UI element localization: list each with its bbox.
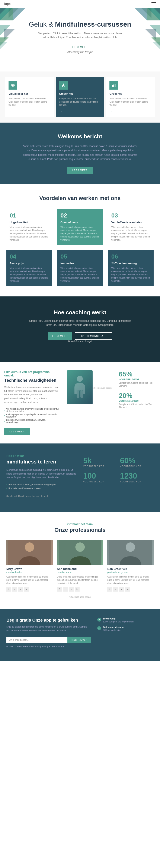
mind-stat-label-4: VOORBEELD KOP (120, 480, 154, 483)
feature-box-2: Creëer het Sample text. Click to select … (56, 77, 104, 117)
welcome-title: Welkoms bericht (17, 133, 143, 140)
app-cta-left: Begin gratis Onze app te gebruiken Krijg… (6, 617, 91, 653)
facebook-icon-2[interactable]: f (57, 587, 62, 592)
twitter-icon-2[interactable]: t (63, 587, 68, 592)
welcome-description: Anem luctus venenatis lectus magna fring… (21, 144, 139, 161)
feature-arrow-3[interactable]: → (109, 109, 113, 113)
app-feature-icon-2 (97, 626, 101, 630)
coaching-primary-button[interactable]: LEES MEER (48, 332, 72, 340)
stat-label-1: Voorbeeld kop (119, 378, 156, 381)
youtube-icon-3[interactable]: y (119, 587, 124, 592)
app-cta-description: Krijg 30 dagen toegang tot alle extra fu… (6, 625, 91, 632)
member-desc-3: Quae amet nisl dolor modico ante se fing… (107, 575, 154, 585)
skills-left: Elke cursus van het programma omvat: Tec… (4, 370, 62, 435)
hamburger-menu[interactable] (152, 2, 156, 5)
svg-rect-24 (80, 391, 83, 398)
feature-desc-2: Sample text. Click to select the text bo… (59, 97, 101, 106)
email-input[interactable] (6, 637, 68, 643)
app-feature-2: 24/7 ondersteuning 24/7 ondersteuning (97, 626, 154, 632)
benefit-title-4: Beste prijs (9, 262, 49, 265)
member-desc-2: Quae amet nisl dolor modico ante se fing… (57, 575, 103, 585)
benefit-desc-1: Vitae suscipit tellus mauris a diam maec… (9, 225, 49, 242)
app-feature-icon-1 (97, 618, 101, 622)
benefits-section: Voordelen van werken met ons 01 Hoge kwa… (0, 184, 160, 297)
svg-marker-17 (153, 42, 160, 49)
app-cta-inner: Begin gratis Onze app te gebruiken Krijg… (6, 617, 154, 653)
facebook-icon-1[interactable]: f (6, 587, 11, 592)
stat-item-2: 20% Voorbeeld kop Sample text. Click to … (119, 392, 156, 409)
feature-desc-1: Sample text. Click to select the text bo… (8, 97, 51, 106)
twitter-icon-1[interactable]: t (12, 587, 17, 592)
feature-title-2: Creëer het (59, 92, 101, 95)
member-social-2: f t y in (57, 587, 103, 592)
feature-icon-2 (59, 81, 68, 90)
app-cta-disclaimer: of meld u abonnement aan Privcy Policy &… (6, 645, 91, 649)
mind-stat-value-3: 100 (83, 471, 117, 480)
linkedin-icon-3[interactable]: in (125, 587, 130, 592)
skills-list-item-2: met stap-op-maat omgeving door mensen in… (4, 413, 60, 418)
mind-stat-value-1: 5k (83, 456, 117, 465)
svg-point-26 (25, 542, 34, 552)
youtube-icon-1[interactable]: y (18, 587, 23, 592)
team-grid: Mary Brown creative leader Quae amet nis… (6, 540, 154, 592)
member-name-3: Bob Greenfield (107, 567, 154, 570)
mind-stat-2: 60% VOORBEELD KOP (120, 456, 154, 468)
app-cta-right: 100% veilig 100% veilig om alle te gebru… (97, 617, 154, 653)
linkedin-icon-2[interactable]: in (75, 587, 80, 592)
skills-list-item-1: We helpen trainers om innoveren en te gr… (4, 407, 60, 413)
linkedin-icon-1[interactable]: in (24, 587, 29, 592)
mindfulness-list: • Introductiecursussen, proefessies en g… (6, 483, 77, 490)
facebook-icon-3[interactable]: f (107, 587, 112, 592)
mindfulness-stats: 5k VOORBEELD KOP 60% VOORBEELD KOP 100 V… (83, 454, 154, 484)
header: logo (0, 0, 160, 8)
feature-arrow-1[interactable]: → (8, 109, 12, 113)
features-section: Visualiseer het Sample text. Click to se… (0, 71, 160, 123)
hero-caption: Afbeelding van freepik (37, 50, 123, 54)
mind-stat-1: 5k VOORBEELD KOP (83, 456, 117, 468)
benefit-title-1: Hoge kwaliteit (9, 221, 49, 224)
mind-stat-label-2: VOORBEELD KOP (120, 465, 154, 467)
mindfulness-list-item-2: • Formele mindfulnesscursussen (6, 487, 77, 490)
app-feature-text-2: 24/7 ondersteuning 24/7 ondersteuning (103, 626, 124, 632)
coaching-secondary-button[interactable]: LIVE DEMONSTRATIE (75, 332, 112, 340)
coaching-description: Simple Text. Lorem ipsum dolor sit amet,… (27, 319, 133, 327)
mind-stat-value-4: 1230 (120, 471, 154, 480)
stat-label-2: Voorbeeld kop (119, 400, 156, 402)
feature-title-1: Visualiseer het (8, 92, 51, 95)
benefit-item-6: 06 24/7 ondersteuning Vitae suscipit tel… (108, 250, 154, 286)
team-member-3: Bob Greenfield professional grosse Quae … (107, 540, 154, 592)
benefit-num-5: 05 (60, 253, 100, 260)
feature-arrow-2[interactable]: → (59, 109, 62, 113)
stat-desc-2: Sample text. Click to select the Text El… (119, 403, 156, 409)
benefit-num-4: 04 (9, 253, 49, 260)
feature-title-3: Groei het (109, 92, 152, 95)
app-cta-section: Begin gratis Onze app te gebruiken Krijg… (0, 609, 160, 661)
team-title: Onze professionals (6, 527, 154, 533)
coaching-section: Hoe coaching werkt Simple Text. Lorem ip… (0, 297, 160, 362)
youtube-icon-2[interactable]: y (69, 587, 74, 592)
member-name-1: Mary Brown (6, 567, 53, 570)
team-caption: Afbeelding door freepik (6, 596, 154, 598)
mindfulness-section: Hoe en waar mindfulness te leren Element… (0, 443, 160, 512)
logo: logo (4, 2, 11, 5)
welcome-section: Welkoms bericht Anem luctus venenatis le… (0, 123, 160, 184)
twitter-icon-3[interactable]: t (113, 587, 118, 592)
stat-percent-2: 20% (119, 392, 156, 400)
subscribe-button[interactable]: INSCHRIJVEN (68, 637, 91, 643)
mind-stat-label-3: VOORBEELD KOP (83, 480, 117, 483)
skills-button[interactable]: LEES MEER (4, 428, 30, 435)
svg-point-28 (75, 542, 85, 552)
app-cta-title: Begin gratis Onze app te gebruiken (6, 617, 91, 623)
welcome-button[interactable]: LEES MEER (67, 167, 93, 174)
benefit-desc-3: Vitae suscipit tellus mauris a diam maec… (111, 225, 151, 242)
benefit-num-3: 03 (111, 212, 151, 219)
mind-stat-4: 1230 VOORBEELD KOP (120, 471, 154, 484)
svg-rect-21 (115, 84, 116, 87)
feature-box-1: Visualiseer het Sample text. Click to se… (5, 77, 54, 117)
hero-cta-button[interactable]: LEES MEER (68, 44, 92, 50)
member-photo-1 (6, 540, 53, 565)
skills-section: Elke cursus van het programma omvat: Tec… (0, 362, 160, 443)
mind-stat-label-1: VOORBEELD KOP (83, 465, 117, 467)
skills-list-item-3: productontwikkeling, blockchain, ontwerp… (4, 418, 60, 424)
team-member-2: Ann Richmond creative leader Quae amet n… (57, 540, 103, 592)
